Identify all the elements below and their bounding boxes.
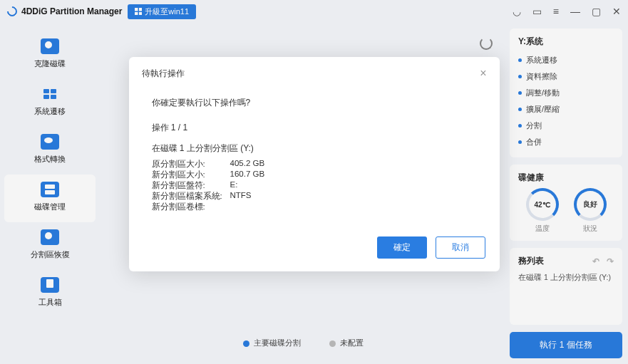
modal-overlay: 待執行操作 × 你確定要執行以下操作嗎? 操作 1 / 1 在磁碟 1 上分割分… xyxy=(0,0,628,364)
confirm-button[interactable]: 確定 xyxy=(377,236,427,259)
cancel-button[interactable]: 取消 xyxy=(436,236,485,259)
operation-heading: 在磁碟 1 上分割分割區 (Y:) xyxy=(152,142,477,155)
confirm-question: 你確定要執行以下操作嗎? xyxy=(152,97,477,109)
modal-close-icon[interactable]: × xyxy=(480,67,486,80)
pending-operations-dialog: 待執行操作 × 你確定要執行以下操作嗎? 操作 1 / 1 在磁碟 1 上分割分… xyxy=(129,57,500,271)
operation-counter: 操作 1 / 1 xyxy=(152,122,477,134)
modal-title: 待執行操作 xyxy=(142,68,185,80)
operation-details: 原分割區大小:405.2 GB 新分割區大小:160.7 GB 新分割區盤符:E… xyxy=(152,159,477,212)
